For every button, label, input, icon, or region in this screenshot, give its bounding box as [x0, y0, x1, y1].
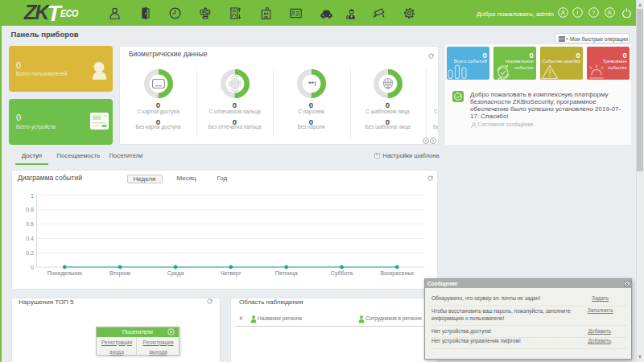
svg-text:0.6: 0.6 [26, 221, 34, 227]
svg-text:0.2: 0.2 [26, 250, 34, 256]
svg-text:Воскресенье: Воскресенье [380, 270, 414, 277]
svg-text:Четверг: Четверг [221, 270, 242, 277]
svg-text:Пятница: Пятница [275, 270, 297, 277]
svg-text:0: 0 [31, 265, 34, 270]
svg-text:**: ** [308, 80, 314, 88]
svg-text:Суббота: Суббота [330, 270, 353, 277]
svg-text:0.8: 0.8 [26, 207, 34, 212]
svg-text:Понедельник: Понедельник [47, 270, 82, 277]
svg-text:0.4: 0.4 [26, 236, 34, 241]
svg-text:Среда: Среда [167, 270, 184, 277]
svg-text:1: 1 [31, 193, 34, 199]
svg-text:Вторник: Вторник [109, 270, 130, 277]
